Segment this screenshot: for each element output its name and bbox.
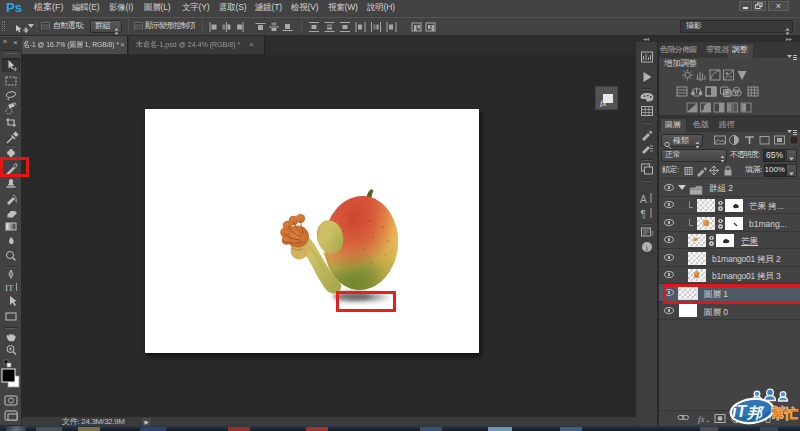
svg-text:幫忙: 幫忙 — [771, 406, 799, 421]
svg-text:fx: fx — [600, 98, 607, 107]
svg-text:¶: ¶ — [641, 209, 646, 220]
svg-text:邦: 邦 — [746, 404, 764, 421]
svg-text:A: A — [640, 194, 647, 205]
svg-text:!: ! — [652, 229, 654, 238]
svg-text:fx: fx — [698, 414, 705, 424]
svg-text:IT: IT — [5, 283, 14, 293]
svg-text:iT: iT — [732, 403, 747, 420]
